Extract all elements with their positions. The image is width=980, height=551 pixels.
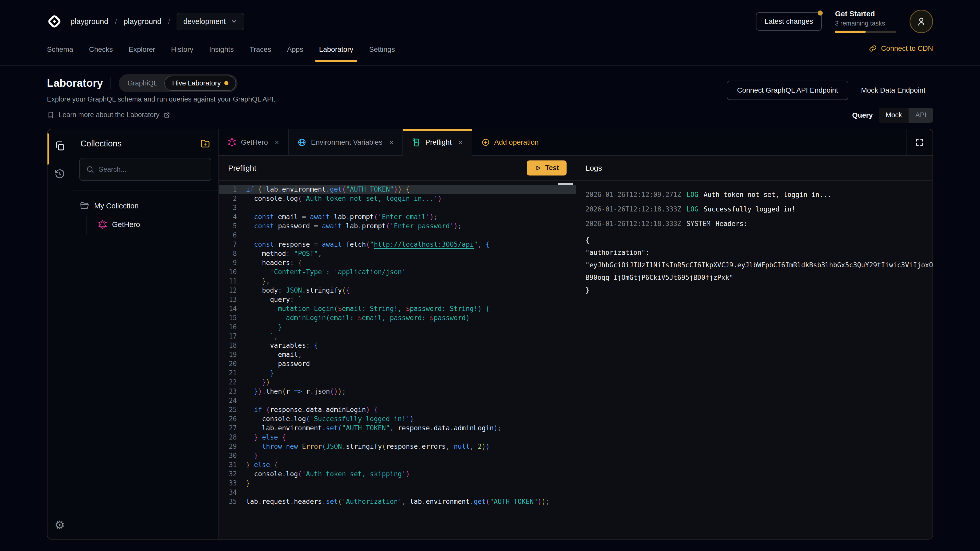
code-line-6[interactable]: 6 — [219, 230, 576, 240]
code-line-7[interactable]: 7 const response = await fetch("http://l… — [219, 240, 576, 249]
target-selector[interactable]: development — [177, 13, 244, 30]
tab-gethero[interactable]: GetHero × — [219, 129, 289, 156]
line-number: 30 — [219, 451, 237, 460]
code-line-10[interactable]: 10 'Content-Type': 'application/json' — [219, 267, 576, 276]
endpoint-mode-api[interactable]: API — [908, 108, 933, 123]
collection-operation-gethero[interactable]: GetHero — [98, 216, 211, 233]
logs-output[interactable]: 2026-01-26T12:12:09.271ZLOGAuth token no… — [576, 181, 932, 539]
connect-to-cdn-link[interactable]: Connect to CDN — [869, 44, 933, 52]
line-number: 17 — [219, 332, 237, 341]
learn-more-label: Learn more about the Laboratory — [59, 111, 159, 119]
nav-tab-insights[interactable]: Insights — [203, 43, 240, 64]
line-number: 16 — [219, 322, 237, 332]
nav-tab-checks[interactable]: Checks — [83, 43, 119, 64]
line-number: 22 — [219, 378, 237, 387]
nav-tab-apps[interactable]: Apps — [281, 43, 310, 64]
search-input[interactable] — [99, 165, 205, 173]
mode-option-graphiql[interactable]: GraphiQL — [120, 76, 164, 90]
close-icon[interactable]: × — [275, 138, 280, 147]
tab-environment-variables[interactable]: Environment Variables × — [289, 129, 403, 156]
laboratory-subheader: Laboratory GraphiQL Hive Laboratory Expl… — [0, 66, 980, 129]
nav-tab-explorer[interactable]: Explorer — [123, 43, 161, 64]
mock-data-endpoint-button[interactable]: Mock Data Endpoint — [853, 81, 933, 100]
code-line-28[interactable]: 28 } else { — [219, 433, 576, 442]
endpoint-mode-mock[interactable]: Mock — [879, 108, 909, 123]
nav-tab-history[interactable]: History — [165, 43, 199, 64]
close-icon[interactable]: × — [458, 138, 463, 147]
code-line-22[interactable]: 22 }) — [219, 378, 576, 387]
scrollbar-indicator[interactable] — [558, 183, 573, 185]
line-number: 21 — [219, 368, 237, 378]
log-json-block: { "authorization":"eyJhbGciOiJIUzI1NiIsI… — [585, 234, 932, 297]
collections-icon[interactable] — [54, 140, 65, 152]
new-collection-folder-plus-icon[interactable] — [200, 138, 210, 149]
code-line-13[interactable]: 13 query: ` — [219, 295, 576, 304]
line-content: body: JSON.stringify({ — [246, 286, 576, 295]
log-level: SYSTEM — [687, 220, 711, 227]
breadcrumb-project[interactable]: playground — [124, 17, 161, 26]
code-line-31[interactable]: 31} else { — [219, 460, 576, 469]
breadcrumb-org[interactable]: playground — [70, 17, 108, 26]
mode-option-hive-laboratory[interactable]: Hive Laboratory — [164, 76, 236, 91]
close-icon[interactable]: × — [389, 138, 394, 147]
code-line-12[interactable]: 12 body: JSON.stringify({ — [219, 286, 576, 295]
code-line-1[interactable]: 1if (!lab.environment.get("AUTH_TOKEN"))… — [219, 185, 576, 194]
code-line-18[interactable]: 18 variables: { — [219, 341, 576, 350]
code-line-11[interactable]: 11 }, — [219, 276, 576, 286]
collection-folder-my-collection[interactable]: My Collection — [80, 201, 211, 210]
code-line-23[interactable]: 23 }).then(r => r.json()); — [219, 387, 576, 396]
code-line-29[interactable]: 29 throw new Error(JSON.stringify(respon… — [219, 442, 576, 451]
code-line-32[interactable]: 32 console.log('Auth token set, skipping… — [219, 469, 576, 478]
add-operation-button[interactable]: Add operation — [472, 129, 548, 156]
get-started-progressbar — [835, 30, 896, 33]
fullscreen-button[interactable] — [906, 129, 932, 156]
code-line-19[interactable]: 19 email, — [219, 350, 576, 359]
code-line-35[interactable]: 35lab.request.headers.set('Authorization… — [219, 497, 576, 506]
line-number: 14 — [219, 304, 237, 313]
tab-preflight[interactable]: Preflight × — [403, 129, 472, 156]
hive-logo-icon[interactable] — [47, 14, 62, 29]
code-line-2[interactable]: 2 console.log('Auth token not set, loggi… — [219, 194, 576, 203]
person-icon — [915, 16, 927, 27]
code-line-3[interactable]: 3 — [219, 203, 576, 212]
code-line-9[interactable]: 9 headers: { — [219, 258, 576, 267]
code-line-30[interactable]: 30 } — [219, 451, 576, 460]
folder-open-icon — [80, 201, 89, 210]
code-line-5[interactable]: 5 const password = await lab.prompt('Ent… — [219, 221, 576, 230]
learn-more-link[interactable]: Learn more about the Laboratory — [47, 111, 933, 119]
code-line-15[interactable]: 15 adminLogin(email: $email, password: $… — [219, 313, 576, 322]
globe-icon — [298, 138, 307, 147]
code-line-20[interactable]: 20 password — [219, 359, 576, 368]
code-line-27[interactable]: 27 lab.environment.set("AUTH_TOKEN", res… — [219, 424, 576, 433]
history-icon[interactable] — [54, 168, 65, 180]
test-button[interactable]: Test — [527, 160, 566, 176]
line-content — [246, 488, 576, 497]
code-line-33[interactable]: 33} — [219, 478, 576, 488]
code-line-4[interactable]: 4 const email = await lab.prompt('Enter … — [219, 212, 576, 221]
code-line-8[interactable]: 8 method: "POST", — [219, 249, 576, 258]
nav-tab-laboratory[interactable]: Laboratory — [313, 43, 360, 64]
code-line-26[interactable]: 26 console.log('Successfully logged in!'… — [219, 414, 576, 424]
latest-changes-button[interactable]: Latest changes — [756, 12, 822, 30]
code-line-24[interactable]: 24 — [219, 396, 576, 405]
line-number: 1 — [219, 185, 237, 194]
line-content: query: ` — [246, 295, 576, 304]
connect-graphql-api-endpoint-button[interactable]: Connect GraphQL API Endpoint — [727, 81, 848, 100]
code-line-25[interactable]: 25 if (response.data.adminLogin) { — [219, 405, 576, 414]
code-lines: 1if (!lab.environment.get("AUTH_TOKEN"))… — [219, 185, 576, 506]
get-started-widget[interactable]: Get Started 3 remaining tasks — [835, 10, 896, 33]
collections-search[interactable] — [80, 158, 211, 181]
nav-tab-schema[interactable]: Schema — [41, 43, 80, 64]
operation-label: GetHero — [112, 221, 140, 229]
code-line-16[interactable]: 16 } — [219, 322, 576, 332]
nav-tab-traces[interactable]: Traces — [243, 43, 277, 64]
settings-gear-icon[interactable]: ⚙ — [54, 518, 65, 532]
code-line-34[interactable]: 34 — [219, 488, 576, 497]
nav-tab-settings[interactable]: Settings — [363, 43, 401, 64]
script-icon — [412, 138, 421, 147]
user-avatar[interactable] — [910, 10, 933, 33]
code-line-14[interactable]: 14 mutation Login($email: String!, $pass… — [219, 304, 576, 313]
code-line-17[interactable]: 17 `, — [219, 332, 576, 341]
code-line-21[interactable]: 21 } — [219, 368, 576, 378]
code-editor[interactable]: 1if (!lab.environment.get("AUTH_TOKEN"))… — [219, 181, 576, 539]
